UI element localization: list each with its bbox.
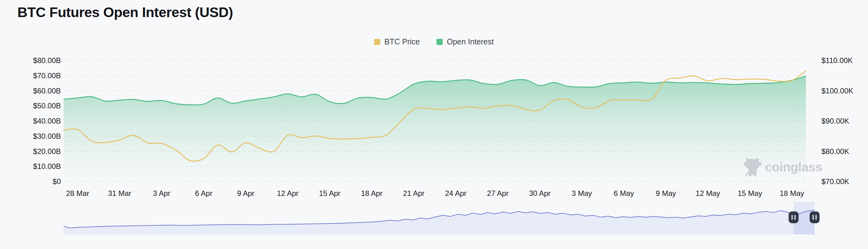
x-axis-tick-label: 31 Mar [108, 189, 131, 198]
x-axis-tick-label: 15 May [738, 189, 762, 198]
right-axis-tick-label: $90.00K [822, 117, 849, 125]
left-axis-tick-label: $60.00B [33, 87, 61, 95]
left-axis-tick-label: $30.00B [33, 132, 61, 141]
x-axis-tick-label: 3 May [572, 189, 592, 198]
x-axis-tick-label: 21 Apr [403, 189, 424, 198]
navigator-left-handle[interactable] [788, 212, 799, 223]
x-axis-tick-label: 9 Apr [237, 189, 254, 198]
pause-bar-icon [815, 215, 817, 220]
left-axis-tick-label: $10.00B [33, 162, 61, 171]
legend-item-open-interest[interactable]: Open Interest [436, 37, 494, 46]
right-axis-tick-label: $110.00K [822, 56, 853, 65]
x-axis-tick-label: 30 Apr [529, 189, 550, 198]
right-axis-tick-label: $100.00K [822, 87, 854, 95]
x-axis-tick-label: 12 Apr [277, 189, 298, 198]
x-axis-tick-label: 12 May [696, 189, 720, 198]
left-axis-tick-label: $50.00B [33, 101, 61, 110]
handle-grip[interactable] [810, 212, 819, 223]
navigator-area[interactable] [64, 210, 815, 235]
open-interest-swatch-icon [436, 39, 443, 45]
legend-item-btc-price[interactable]: BTC Price [374, 37, 420, 46]
left-axis-tick-label: $0 [53, 177, 61, 186]
x-axis-tick-label: 15 Apr [319, 189, 340, 198]
x-axis-tick-label: 6 Apr [195, 189, 212, 198]
handle-grip[interactable] [788, 212, 799, 223]
coinglass-watermark-text: coinglass [765, 160, 823, 175]
coinglass-bull-icon [743, 157, 763, 177]
x-axis-tick-label: 18 May [780, 189, 804, 198]
x-axis-tick-label: 3 Apr [153, 189, 170, 198]
left-axis-tick-label: $40.00B [33, 117, 61, 125]
pause-bar-icon [812, 215, 814, 220]
x-axis-tick-label: 24 Apr [445, 189, 466, 198]
pause-bar-icon [795, 215, 796, 220]
x-axis-tick-label: 18 Apr [361, 189, 382, 198]
left-axis-tick-label: $70.00B [33, 71, 61, 80]
left-axis-tick-label: $80.00B [33, 56, 61, 65]
right-axis-tick-label: $70.00K [822, 177, 849, 186]
right-axis-tick-label: $80.00K [822, 147, 849, 156]
navigator-right-handle[interactable] [810, 212, 819, 223]
coinglass-watermark: coinglass [743, 157, 823, 177]
x-axis-tick-label: 9 May [656, 189, 676, 198]
legend-label-open-interest: Open Interest [447, 37, 494, 46]
x-axis-tick-label: 28 Mar [66, 189, 89, 198]
x-axis-tick-label: 6 May [614, 189, 634, 198]
left-axis-tick-label: $20.00B [33, 147, 61, 156]
pause-bar-icon [791, 215, 793, 220]
chart-legend: BTC Price Open Interest [0, 37, 868, 46]
legend-label-btc-price: BTC Price [384, 37, 420, 46]
page-title: BTC Futures Open Interest (USD) [18, 4, 233, 21]
open-interest-area [64, 76, 806, 182]
x-axis-tick-label: 27 Apr [487, 189, 508, 198]
chart-page: BTC Futures Open Interest (USD) BTC Pric… [0, 0, 868, 249]
btc-price-swatch-icon [374, 39, 380, 45]
